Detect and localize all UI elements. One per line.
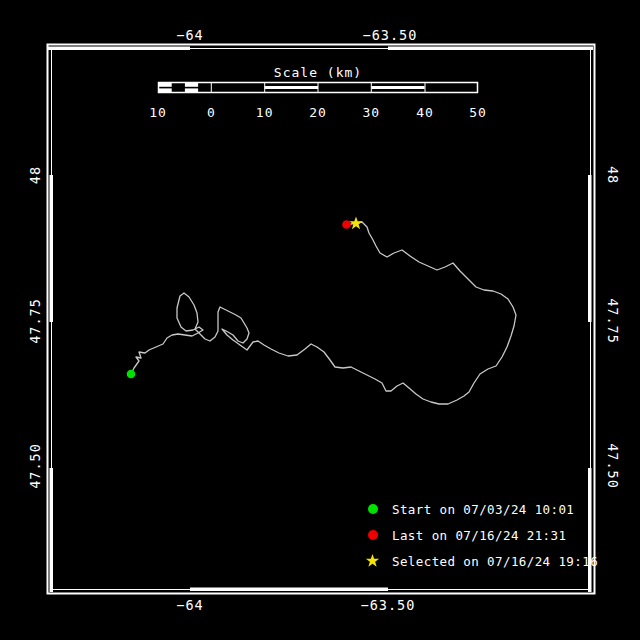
frame-bar-right-upper bbox=[588, 175, 592, 322]
legend-selected-label: Selected on 07/16/24 19:16 bbox=[392, 554, 598, 569]
plot-canvas: −64 −63.50 −64 −63.50 48 47.75 47.50 48 … bbox=[0, 0, 640, 640]
track-plot-window: −64 −63.50 −64 −63.50 48 47.75 47.50 48 … bbox=[0, 0, 640, 640]
axis-label-left-lat3: 47.50 bbox=[27, 443, 43, 489]
scale-bar-title: Scale (km) bbox=[274, 65, 362, 80]
legend: Start on 07/03/24 10:01 Last on 07/16/24… bbox=[366, 502, 598, 569]
axis-label-left-lat2: 47.75 bbox=[27, 298, 43, 344]
axis-label-top-lon1: −64 bbox=[176, 27, 203, 43]
axis-label-right-lat3: 47.50 bbox=[605, 443, 621, 489]
scale-tick-label: 50 bbox=[469, 105, 487, 120]
axis-label-bottom-lon2: −63.50 bbox=[361, 597, 416, 613]
frame-bar-top-left bbox=[48, 47, 190, 51]
frame-bar-bottom-mid bbox=[190, 588, 388, 592]
scale-tick-label: 10 bbox=[256, 105, 274, 120]
axis-label-right-lat1: 48 bbox=[605, 166, 621, 184]
scale-tick-label: 40 bbox=[416, 105, 434, 120]
frame-bar-top-right bbox=[388, 47, 593, 51]
last-marker bbox=[342, 220, 351, 229]
legend-start-circle-icon bbox=[368, 504, 378, 514]
frame-bar-left-upper bbox=[50, 175, 54, 322]
scale-tick-label: 10 bbox=[149, 105, 167, 120]
axis-label-left-lat1: 48 bbox=[27, 166, 43, 184]
frame-bar-right-lower bbox=[588, 468, 592, 592]
scale-tick-label: 30 bbox=[362, 105, 380, 120]
scale-stripe-30-40 bbox=[371, 86, 424, 89]
axis-label-right-lat2: 47.75 bbox=[605, 298, 621, 344]
scale-checker-midline bbox=[159, 87, 212, 89]
start-marker bbox=[127, 370, 136, 379]
legend-last-label: Last on 07/16/24 21:31 bbox=[392, 528, 566, 543]
scale-tick-label: 0 bbox=[207, 105, 216, 120]
scale-tick-label: 20 bbox=[309, 105, 327, 120]
scale-stripe-10-20 bbox=[265, 86, 318, 89]
legend-last-circle-icon bbox=[368, 530, 378, 540]
axis-label-top-lon2: −63.50 bbox=[363, 27, 418, 43]
legend-start-label: Start on 07/03/24 10:01 bbox=[392, 502, 574, 517]
frame-bar-left-lower bbox=[50, 468, 54, 592]
axis-label-bottom-lon1: −64 bbox=[176, 597, 203, 613]
